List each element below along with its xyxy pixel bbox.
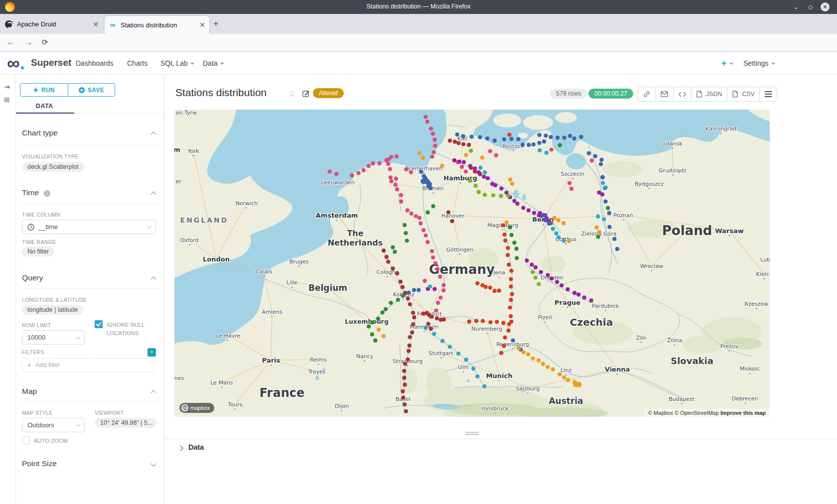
time-range-value[interactable]: No filter (22, 247, 54, 256)
map-city-label: on Tyne (176, 110, 197, 116)
save-button[interactable]: SAVE (68, 83, 115, 97)
map-city-label: Mannheim (410, 324, 438, 330)
map-city-label: Berlin (532, 216, 554, 223)
settings-label: Settings (743, 59, 769, 67)
nav-dashboards[interactable]: Dashboards (76, 59, 114, 67)
favorite-star-icon[interactable]: ☆ (288, 89, 295, 99)
run-button[interactable]: RUN (20, 83, 68, 97)
tab-stations-distribution[interactable]: ∞ Stations distribution ✕ (105, 16, 209, 34)
map-country-label: Czechia (570, 316, 613, 328)
section-time[interactable]: Time i (22, 188, 158, 197)
map-city-label: nnes (174, 375, 184, 381)
city-dot-icon (188, 244, 190, 246)
map-country-label: Belgium (308, 283, 347, 293)
nav-sql-lab[interactable]: SQL Lab (160, 59, 194, 67)
lonlat-value[interactable]: longitude | latitude (22, 305, 83, 315)
map-city-label: Troyes (308, 369, 325, 375)
embed-code-button[interactable] (674, 87, 692, 101)
filters-label: FILTERS (22, 349, 44, 355)
map-city-label: Hanover (441, 213, 465, 219)
map-city-label: Nancy (356, 353, 374, 360)
mapbox-logo[interactable]: mmapbox (179, 403, 214, 413)
city-dot-icon (423, 331, 425, 333)
map-city-label: Cottbus (556, 236, 577, 243)
save-label: SAVE (88, 87, 104, 94)
map-city-label: Dijon (335, 403, 349, 409)
forward-button[interactable]: → (25, 38, 32, 46)
map-attribution: © Mapbox © OpenStreetMap Improve this ma… (644, 409, 770, 417)
left-icon-rail: ⇥ ⊞ (0, 75, 16, 504)
map-city-label: London (203, 255, 230, 263)
row-limit-select[interactable]: 10000 (22, 330, 85, 345)
new-tab-button[interactable]: + (213, 19, 219, 29)
add-filter-box[interactable]: +Add filter (22, 358, 156, 372)
viewport-value[interactable]: 10° 24' 49.86" | 5... (95, 418, 156, 428)
edit-pencil-icon[interactable] (302, 90, 310, 97)
city-dot-icon (387, 276, 389, 278)
tab-close-icon[interactable]: ✕ (93, 20, 99, 28)
map-country-label: Germany (429, 262, 495, 277)
window-titlebar: Stations distribution — Mozilla Firefox … (0, 0, 837, 14)
section-point-size[interactable]: Point Size (22, 459, 158, 468)
mapbox-icon: m (181, 404, 188, 411)
improve-map-link[interactable]: Improve this map (720, 410, 766, 416)
section-chart-type[interactable]: Chart type (22, 128, 158, 137)
map-city-label: Szczecin (560, 171, 584, 177)
map-city-label: Paris (262, 357, 280, 364)
window-maximize-button[interactable]: ◇ (806, 2, 815, 11)
viewport-label: VIEWPORT (95, 410, 124, 416)
map-city-label: Miskolc (740, 366, 760, 372)
map-country-label: The Netherlands (328, 229, 383, 248)
chart-actions-group: .JSON x.CSV (638, 87, 777, 102)
window-minimize-button[interactable]: ⌄ (792, 2, 801, 11)
window-close-button[interactable]: ✕ (821, 2, 830, 11)
more-options-button[interactable] (760, 87, 777, 101)
chevron-down-icon (190, 63, 194, 65)
viz-type-value[interactable]: deck.gl Scatterplot (22, 162, 84, 172)
map-city-label: Gdansk (662, 140, 682, 147)
city-dot-icon (498, 380, 500, 382)
nav-data[interactable]: Data (203, 59, 224, 67)
superset-brand[interactable]: Superset (31, 57, 71, 68)
city-dot-icon (428, 318, 430, 320)
auto-zoom-checkbox[interactable] (22, 436, 30, 444)
map-city-label: Ulm (458, 364, 469, 371)
chevron-right-icon[interactable] (177, 445, 183, 451)
map-city-label: Prague (555, 299, 580, 306)
email-button[interactable] (656, 87, 674, 101)
browser-toolbar: ← → ⟳ 172.18.0.4:32251/superset/explore/… (0, 34, 837, 52)
export-csv-button[interactable]: x.CSV (727, 87, 760, 101)
time-column-select[interactable]: __time (22, 220, 156, 234)
nav-settings[interactable]: Settings (743, 59, 775, 67)
copy-link-button[interactable] (638, 87, 656, 101)
city-dot-icon (459, 182, 461, 184)
map-city-label: Jena (493, 269, 505, 276)
nav-data-label: Data (203, 59, 218, 67)
section-query[interactable]: Query (22, 273, 158, 282)
map-city-label: Stuttgart (428, 350, 453, 357)
map-city-label: York (188, 148, 199, 154)
nav-add-button[interactable]: + (721, 58, 733, 69)
altered-badge[interactable]: Altered (313, 88, 344, 98)
section-map[interactable]: Map (22, 387, 158, 396)
dataset-grid-icon[interactable]: ⊞ (4, 96, 10, 104)
resize-drag-handle[interactable] (466, 432, 479, 436)
map-city-label: Munich (486, 372, 513, 379)
tab-data[interactable]: DATA (36, 103, 53, 110)
time-title: Time (22, 188, 39, 197)
nav-charts[interactable]: Charts (127, 59, 147, 67)
export-json-button[interactable]: .JSON (692, 87, 727, 101)
deckgl-scatterplot-map[interactable]: ENGLANDThe NetherlandsBelgiumLuxembourgG… (174, 110, 770, 417)
map-style-select[interactable]: Outdoors (22, 418, 85, 432)
collapse-datasource-icon[interactable]: ⇥ (4, 83, 10, 91)
ignore-null-checkbox[interactable] (95, 320, 103, 328)
tab-apache-druid[interactable]: Apache Druid ✕ (1, 16, 103, 32)
add-filter-plus-button[interactable]: + (147, 348, 156, 357)
tab-close-icon[interactable]: ✕ (199, 21, 205, 29)
export-json-label: .JSON (704, 91, 722, 98)
superset-logo-icon[interactable]: ∞. (7, 53, 25, 74)
data-panel-toggle[interactable]: Data (188, 443, 204, 451)
back-button[interactable]: ← (7, 38, 14, 46)
active-tab-underline (16, 113, 74, 114)
reload-button[interactable]: ⟳ (42, 38, 48, 47)
